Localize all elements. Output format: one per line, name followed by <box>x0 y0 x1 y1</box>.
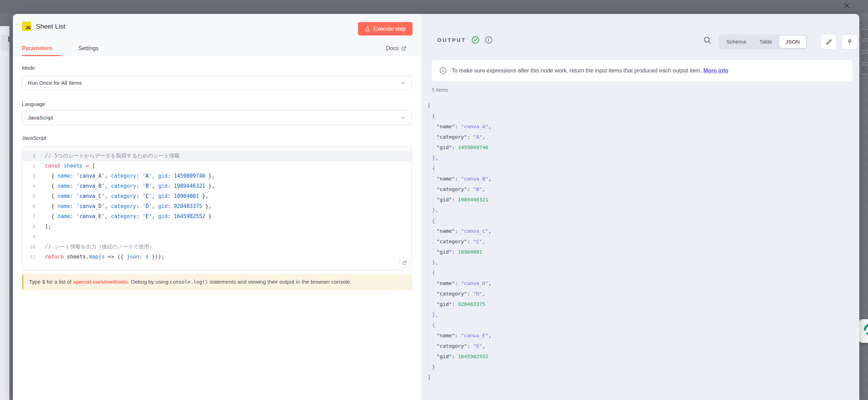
line-number: 8 <box>22 222 36 232</box>
execute-step-button[interactable]: Execute step <box>358 22 413 36</box>
canvas-grid-dots <box>864 77 865 317</box>
line-number: 5 <box>22 191 36 201</box>
node-type-label: JS <box>25 26 31 31</box>
json-output-viewer: [{"name": "canva_A","category": "A","gid… <box>428 100 491 383</box>
success-check-icon <box>471 36 479 44</box>
special-vars-link[interactable]: special vars/methods. <box>73 279 130 285</box>
parameters-panel: JS Sheet List Execute step Parameters Se… <box>13 14 421 400</box>
json-line: }, <box>428 205 491 215</box>
code-line: 4 { name: 'canva_B', category: 'B', gid:… <box>22 181 412 191</box>
items-count: 5 items <box>432 87 448 93</box>
hint-text: Debug by using <box>130 279 170 285</box>
pin-output-button[interactable] <box>842 34 858 49</box>
code-line: 10// シート情報を出力（後続のノードで使用） <box>22 242 412 252</box>
code-line: 8]; <box>22 222 412 232</box>
code-editor[interactable]: 1// 5つのシートからデータを取得するためのシート情報2const sheet… <box>22 146 412 270</box>
code-line: 6 { name: 'canva_D', category: 'D', gid:… <box>22 201 412 211</box>
language-value: JavaScript <box>28 115 53 121</box>
json-line: "gid": 920483375 <box>428 299 491 309</box>
chevron-down-icon <box>400 80 406 86</box>
mode-value: Run Once for All Items <box>28 80 82 86</box>
hint-callout: Type $ for a list of special vars/method… <box>22 274 412 290</box>
indent-guide <box>433 123 434 362</box>
line-number: 4 <box>22 181 36 191</box>
json-line: "category": "A", <box>428 132 491 142</box>
view-tab-table[interactable]: Table <box>753 36 779 48</box>
json-line: }, <box>428 153 491 163</box>
json-line: { <box>428 163 491 174</box>
code-lines: 1// 5つのシートからデータを取得するためのシート情報2const sheet… <box>22 151 412 262</box>
line-number: 3 <box>22 171 36 181</box>
notice-text: To make sure expressions after this node… <box>452 68 728 74</box>
chevron-down-icon <box>400 115 406 121</box>
tab-parameters[interactable]: Parameters <box>22 45 52 52</box>
json-line: "name": "canva_B", <box>428 174 491 184</box>
json-line: "name": "canva_E", <box>428 330 491 341</box>
code-label: JavaScript <box>22 135 46 141</box>
json-line: "name": "canva_C", <box>428 226 491 236</box>
json-line: "gid": 1459009746 <box>428 142 491 153</box>
flask-icon <box>365 26 370 32</box>
hint-text: Type $ for a list of <box>29 279 73 285</box>
json-line: "gid": 1645982552 <box>428 351 491 362</box>
line-number: 7 <box>22 211 36 222</box>
execute-step-label: Execute step <box>374 26 406 32</box>
language-select[interactable]: JavaScript <box>22 110 412 125</box>
json-line: "category": "D", <box>428 289 491 299</box>
input-panel-collapsed[interactable] <box>0 26 9 400</box>
line-number: 2 <box>22 161 36 171</box>
input-panel-tab[interactable] <box>1 35 9 50</box>
view-tab-schema[interactable]: Schema <box>720 36 752 48</box>
active-tab-underline <box>22 55 61 56</box>
code-line: 2const sheets = [ <box>22 161 412 171</box>
more-info-link[interactable]: More info <box>703 68 728 74</box>
edit-output-button[interactable] <box>821 34 837 49</box>
json-line: "gid": 10904001 <box>428 247 491 257</box>
json-line: [ <box>428 100 491 111</box>
output-panel: OUTPUT SchemaTableJSON To make sure expr… <box>421 14 859 400</box>
json-line: { <box>428 268 491 278</box>
info-circle-icon[interactable] <box>485 36 493 44</box>
line-number: 10 <box>22 242 36 252</box>
background-canvas-button <box>860 41 868 51</box>
node-type-icon: JS <box>22 22 31 31</box>
language-label: Language <box>22 101 45 107</box>
output-notice: To make sure expressions after this node… <box>432 60 852 81</box>
json-line: { <box>428 215 491 226</box>
code-line: 5 { name: 'canva_C', category: 'C', gid:… <box>22 191 412 201</box>
json-line: ] <box>428 372 491 383</box>
output-title: OUTPUT <box>437 37 466 43</box>
node-header: JS Sheet List Execute step Parameters Se… <box>13 14 421 56</box>
panel-drag-handle[interactable] <box>8 36 9 42</box>
expand-editor-icon[interactable] <box>399 258 409 268</box>
node-title: Sheet List <box>36 23 65 30</box>
node-detail-modal: JS Sheet List Execute step Parameters Se… <box>13 14 859 400</box>
canvas-grid-dots <box>864 347 865 399</box>
hint-text: statements and viewing their output in t… <box>208 279 352 285</box>
close-icon[interactable] <box>842 1 852 10</box>
json-line: { <box>428 320 491 330</box>
tab-settings[interactable]: Settings <box>78 45 99 52</box>
code-line: 7 { name: 'canva_E', category: 'E', gid:… <box>22 211 412 222</box>
docs-label: Docs <box>386 45 399 52</box>
external-link-icon <box>401 46 407 51</box>
code-line: 11return sheets.map(s => ({ json: s })); <box>22 252 412 262</box>
json-line: "category": "B", <box>428 184 491 194</box>
docs-link[interactable]: Docs <box>386 45 407 52</box>
json-line: }, <box>428 309 491 320</box>
pin-icon <box>846 39 853 45</box>
line-number: 1 <box>22 151 36 161</box>
json-line: "category": "C", <box>428 236 491 247</box>
console-log-code: console.log() <box>170 279 208 285</box>
code-line: 9 <box>22 232 412 242</box>
code-line: 3 { name: 'canva_A', category: 'A', gid:… <box>22 171 412 181</box>
info-circle-icon <box>439 67 447 74</box>
mode-select[interactable]: Run Once for All Items <box>22 75 412 90</box>
json-line: } <box>428 362 491 372</box>
view-tab-json[interactable]: JSON <box>779 36 806 48</box>
search-icon[interactable] <box>702 35 712 45</box>
indent-guide <box>429 112 429 372</box>
output-header: OUTPUT <box>437 36 493 44</box>
json-line: }, <box>428 257 491 268</box>
background-canvas-button <box>860 29 868 39</box>
